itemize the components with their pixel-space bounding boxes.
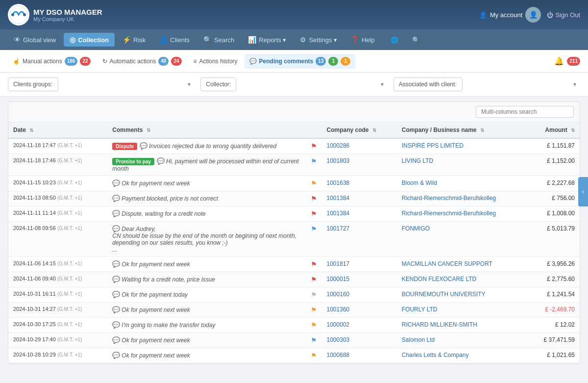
cell-flag: ⚑ [306, 303, 322, 318]
date-value: 2024-11-08 09:56 [13, 225, 56, 231]
flag-icon: ⚑ [311, 225, 317, 233]
company-name-value[interactable]: LIVING LTD [402, 157, 433, 164]
cell-flag: ⚑ [306, 318, 322, 333]
table-row[interactable]: 2024-10-31 14:27 (G.M.T. +1)💬Ok for paym… [8, 303, 580, 318]
company-name-value[interactable]: RICHARD MILLIKEN-SMITH [402, 321, 477, 328]
tab-automatic-actions[interactable]: ↻ Automatic actions 40 24 [98, 54, 187, 69]
cell-comment: 💬Ok for the payment today [107, 287, 305, 303]
cell-amount: £ 12.02 [528, 318, 580, 333]
flag-icon: ⚑ [311, 179, 317, 187]
collector-select[interactable]: Collector: [200, 77, 236, 91]
col-company-name[interactable]: Company / Business name ⇅ [397, 122, 528, 138]
nav-search[interactable]: 🔍 Search [197, 33, 240, 47]
company-code-value[interactable]: 1000160 [327, 291, 350, 298]
company-name-value[interactable]: INSPIRE PPS LIMITED [402, 142, 464, 149]
bell-icon[interactable]: 🔔 [554, 56, 564, 66]
table-row[interactable]: 2024-11-13 08:50 (G.M.T. +1)💬Payment blo… [8, 191, 580, 206]
table-row[interactable]: 2024-10-30 17:25 (G.M.T. +1)💬I'm going t… [8, 318, 580, 333]
company-code-value[interactable]: 1001384 [327, 195, 350, 202]
company-code-value[interactable]: 1000688 [327, 352, 350, 358]
company-code-value[interactable]: 1001817 [327, 260, 350, 267]
col-date[interactable]: Date ⇅ [8, 122, 107, 138]
comment-icon: 💬 [140, 142, 147, 150]
nav-risk[interactable]: ⚡ Risk [117, 33, 151, 47]
table-row[interactable]: 2024-11-18 17:46 (G.M.T. +1)Promise to p… [8, 154, 580, 176]
associated-client-select[interactable]: Associated with client: [393, 77, 463, 91]
company-code-value[interactable]: 1001638 [327, 179, 350, 186]
top-header: MY DSO MANAGER My Company UK 👤 My accoun… [0, 0, 588, 29]
avatar: 👤 [525, 7, 541, 23]
table-row[interactable]: 2024-11-06 09:40 (G.M.T. +1)💬Waiting for… [8, 272, 580, 287]
col-company-code[interactable]: Company code ⇅ [322, 122, 397, 138]
sign-out-button[interactable]: ⏻ Sign Out [547, 11, 580, 19]
date-value: 2024-10-31 14:27 [13, 306, 56, 312]
comment-line: Payment blocked, price is not correct [122, 195, 218, 202]
nav-clients[interactable]: 👤 Clients [153, 33, 196, 47]
flag-icon: ⚑ [311, 210, 317, 218]
cell-flag: ⚑ [306, 206, 322, 222]
tab-pending-comments[interactable]: 💬 Pending comments 13 1 1 [245, 54, 356, 69]
multi-columns-search[interactable] [476, 106, 574, 118]
company-code-value[interactable]: 1000002 [327, 321, 350, 328]
sidebar-toggle[interactable]: ‹ [578, 177, 588, 206]
company-name-value[interactable]: Charles Letts & Company [402, 352, 469, 358]
company-name-value[interactable]: BOURNEMOUTH UNIVERSITY [402, 291, 486, 298]
company-name-value[interactable]: Richard-Riemerschmid-Berufskolleg [402, 210, 496, 217]
table-row[interactable]: 2024-11-18 17:47 (G.M.T. +1)Dispute💬Invo… [8, 138, 580, 154]
table-row[interactable]: 2024-10-29 17:40 (G.M.T. +1)💬Ok for paym… [8, 333, 580, 348]
table-header: Date ⇅ Comments ⇅ Company code ⇅ Company… [8, 122, 580, 138]
settings-icon: ⚙ [300, 36, 306, 44]
cell-amount: £ 756.00 [528, 191, 580, 206]
col-flag[interactable] [306, 122, 322, 138]
cell-date: 2024-11-15 10:23 (G.M.T. +1) [8, 176, 107, 191]
company-name-value[interactable]: KENDON FLEXOCARE LTD [402, 276, 476, 282]
company-code-value[interactable]: 1001384 [327, 210, 350, 217]
nav-settings[interactable]: ⚙ Settings ▾ [294, 33, 343, 47]
company-name-value[interactable]: Richard-Riemerschmid-Berufskolleg [402, 195, 496, 202]
collector-wrapper: Collector: [200, 77, 387, 91]
date-value: 2024-10-29 17:40 [13, 336, 56, 342]
table-row[interactable]: 2024-11-11 11:14 (G.M.T. +1)💬Dispute, wa… [8, 206, 580, 222]
col-amount[interactable]: Amount ⇅ [528, 122, 580, 138]
cell-date: 2024-11-13 08:50 (G.M.T. +1) [8, 191, 107, 206]
company-name-value[interactable]: Bloom & Wild [402, 179, 437, 186]
date-value: 2024-11-11 11:14 [13, 210, 56, 216]
signout-icon: ⏻ [547, 11, 553, 19]
cell-date: 2024-10-29 17:40 (G.M.T. +1) [8, 333, 107, 348]
col-comments[interactable]: Comments ⇅ [107, 122, 305, 138]
company-code-value[interactable]: 1001360 [327, 306, 350, 313]
date-value: 2024-11-13 08:50 [13, 195, 56, 201]
nav-global-view[interactable]: 👁 Global view [8, 33, 62, 47]
nav-extra2[interactable]: 🔍 [406, 33, 426, 47]
nav-extra1[interactable]: 🌐 [385, 33, 404, 47]
table-row[interactable]: 2024-11-06 14:15 (G.M.T. +1)💬Ok for paym… [8, 257, 580, 272]
clients-groups-select[interactable]: Clients groups: [8, 77, 58, 91]
cell-amount: £ 5,013.79 [528, 222, 580, 257]
gmt-value: (G.M.T. +1) [57, 276, 82, 281]
company-code-value[interactable]: 1000303 [327, 336, 350, 343]
table-row[interactable]: 2024-11-15 10:23 (G.M.T. +1)💬Ok for paym… [8, 176, 580, 191]
tab-actions-history[interactable]: ≡ Actions history [189, 55, 243, 68]
comment-icon: 💬 [112, 276, 120, 283]
table-row[interactable]: 2024-11-08 09:56 (G.M.T. +1)💬Dear Audrey… [8, 222, 580, 257]
tab-manual-actions[interactable]: ☝ Manual actions 186 22 [8, 54, 96, 69]
risk-icon: ⚡ [122, 36, 131, 44]
company-code-value[interactable]: 1000286 [327, 142, 350, 149]
company-code-value[interactable]: 1001727 [327, 225, 350, 232]
my-account-button[interactable]: 👤 My account 👤 [479, 7, 541, 23]
cell-date: 2024-10-30 17:25 (G.M.T. +1) [8, 318, 107, 333]
table-row[interactable]: 2024-10-31 16:11 (G.M.T. +1)💬Ok for the … [8, 287, 580, 303]
table-row[interactable]: 2024-10-28 10:29 (G.M.T. +1)💬Ok for paym… [8, 348, 580, 363]
nav-reports[interactable]: 📊 Reports ▾ [242, 33, 292, 47]
sort-name-icon: ⇅ [480, 128, 484, 133]
nav-collection[interactable]: ◎ Collection [64, 33, 115, 47]
cell-company-code: 1000002 [322, 318, 397, 333]
company-name-value[interactable]: Salomon Ltd [402, 336, 435, 343]
account-label: My account [490, 11, 522, 19]
company-code-value[interactable]: 1000015 [327, 276, 350, 282]
company-name-value[interactable]: FOURLY LTD [402, 306, 438, 313]
company-name-value[interactable]: FONMIGO [402, 225, 430, 232]
company-code-value[interactable]: 1001803 [327, 157, 350, 164]
nav-help[interactable]: ❓ Help [345, 33, 381, 47]
company-name-value[interactable]: MACMILLAN CANCER SUPPORT [402, 260, 492, 267]
